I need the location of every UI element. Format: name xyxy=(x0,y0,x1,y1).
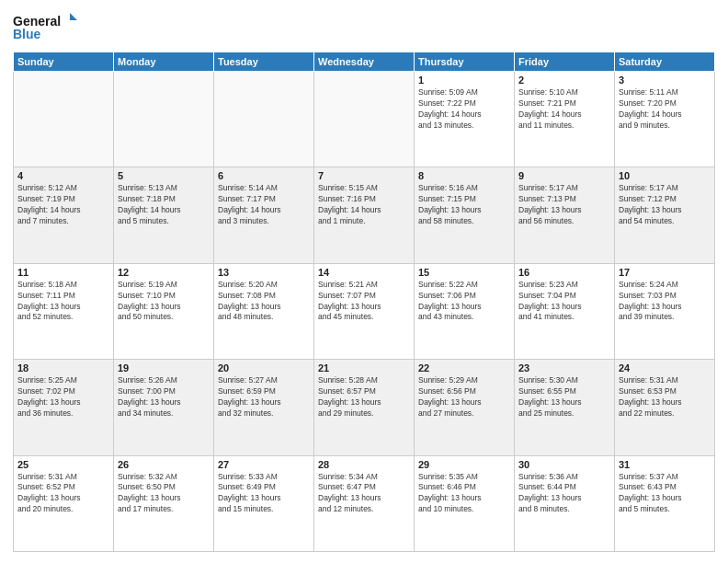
day-info: Sunrise: 5:30 AM Sunset: 6:55 PM Dayligh… xyxy=(518,375,610,419)
day-number: 21 xyxy=(318,362,410,373)
day-number: 4 xyxy=(17,170,109,181)
calendar-row-3: 18Sunrise: 5:25 AM Sunset: 7:02 PM Dayli… xyxy=(14,360,715,455)
day-info: Sunrise: 5:13 AM Sunset: 7:18 PM Dayligh… xyxy=(118,183,210,227)
day-number: 7 xyxy=(318,170,410,181)
day-info: Sunrise: 5:26 AM Sunset: 7:00 PM Dayligh… xyxy=(118,375,210,419)
calendar-cell: 1Sunrise: 5:09 AM Sunset: 7:22 PM Daylig… xyxy=(415,72,515,167)
day-number: 29 xyxy=(418,459,510,470)
calendar-cell: 22Sunrise: 5:29 AM Sunset: 6:56 PM Dayli… xyxy=(415,360,515,455)
day-number: 15 xyxy=(418,267,510,278)
day-info: Sunrise: 5:36 AM Sunset: 6:44 PM Dayligh… xyxy=(518,472,610,516)
day-info: Sunrise: 5:31 AM Sunset: 6:52 PM Dayligh… xyxy=(17,472,109,516)
day-number: 17 xyxy=(619,267,711,278)
day-number: 26 xyxy=(118,459,210,470)
calendar-cell xyxy=(114,72,214,167)
calendar-cell: 9Sunrise: 5:17 AM Sunset: 7:13 PM Daylig… xyxy=(515,167,615,263)
day-info: Sunrise: 5:35 AM Sunset: 6:46 PM Dayligh… xyxy=(418,472,510,516)
calendar-cell: 13Sunrise: 5:20 AM Sunset: 7:08 PM Dayli… xyxy=(214,263,314,359)
page: General Blue SundayMondayTuesdayWednesda… xyxy=(0,0,728,563)
day-number: 18 xyxy=(17,362,109,373)
day-number: 24 xyxy=(619,362,711,373)
weekday-header-row: SundayMondayTuesdayWednesdayThursdayFrid… xyxy=(14,52,715,72)
calendar-cell: 6Sunrise: 5:14 AM Sunset: 7:17 PM Daylig… xyxy=(214,167,314,263)
day-number: 28 xyxy=(318,459,410,470)
day-number: 12 xyxy=(118,267,210,278)
day-info: Sunrise: 5:20 AM Sunset: 7:08 PM Dayligh… xyxy=(218,280,310,324)
day-number: 25 xyxy=(17,459,109,470)
day-info: Sunrise: 5:28 AM Sunset: 6:57 PM Dayligh… xyxy=(318,375,410,419)
calendar-cell: 20Sunrise: 5:27 AM Sunset: 6:59 PM Dayli… xyxy=(214,360,314,455)
calendar-row-1: 4Sunrise: 5:12 AM Sunset: 7:19 PM Daylig… xyxy=(14,167,715,263)
calendar-cell: 10Sunrise: 5:17 AM Sunset: 7:12 PM Dayli… xyxy=(615,167,715,263)
calendar-cell: 3Sunrise: 5:11 AM Sunset: 7:20 PM Daylig… xyxy=(615,72,715,167)
day-number: 30 xyxy=(518,459,610,470)
day-number: 31 xyxy=(619,459,711,470)
calendar-cell: 19Sunrise: 5:26 AM Sunset: 7:00 PM Dayli… xyxy=(114,360,214,455)
day-number: 20 xyxy=(218,362,310,373)
weekday-header-wednesday: Wednesday xyxy=(314,52,415,72)
day-number: 2 xyxy=(518,75,610,86)
weekday-header-tuesday: Tuesday xyxy=(214,52,314,72)
day-info: Sunrise: 5:11 AM Sunset: 7:20 PM Dayligh… xyxy=(619,87,711,132)
day-info: Sunrise: 5:22 AM Sunset: 7:06 PM Dayligh… xyxy=(418,280,510,324)
calendar-cell: 23Sunrise: 5:30 AM Sunset: 6:55 PM Dayli… xyxy=(515,360,615,455)
day-info: Sunrise: 5:19 AM Sunset: 7:10 PM Dayligh… xyxy=(118,280,210,324)
day-number: 10 xyxy=(619,170,711,181)
calendar-cell: 12Sunrise: 5:19 AM Sunset: 7:10 PM Dayli… xyxy=(114,263,214,359)
day-number: 5 xyxy=(118,170,210,181)
day-info: Sunrise: 5:18 AM Sunset: 7:11 PM Dayligh… xyxy=(17,280,109,324)
day-number: 14 xyxy=(318,267,410,278)
svg-marker-2 xyxy=(70,13,77,20)
calendar-cell: 11Sunrise: 5:18 AM Sunset: 7:11 PM Dayli… xyxy=(14,263,114,359)
day-info: Sunrise: 5:32 AM Sunset: 6:50 PM Dayligh… xyxy=(118,472,210,516)
day-info: Sunrise: 5:12 AM Sunset: 7:19 PM Dayligh… xyxy=(17,183,109,227)
weekday-header-monday: Monday xyxy=(114,52,214,72)
weekday-header-friday: Friday xyxy=(515,52,615,72)
calendar-row-4: 25Sunrise: 5:31 AM Sunset: 6:52 PM Dayli… xyxy=(14,455,715,551)
calendar-cell: 16Sunrise: 5:23 AM Sunset: 7:04 PM Dayli… xyxy=(515,263,615,359)
day-number: 1 xyxy=(418,75,510,86)
calendar-cell: 29Sunrise: 5:35 AM Sunset: 6:46 PM Dayli… xyxy=(415,455,515,551)
day-info: Sunrise: 5:17 AM Sunset: 7:13 PM Dayligh… xyxy=(518,183,610,227)
day-number: 22 xyxy=(418,362,510,373)
calendar-cell: 5Sunrise: 5:13 AM Sunset: 7:18 PM Daylig… xyxy=(114,167,214,263)
day-info: Sunrise: 5:16 AM Sunset: 7:15 PM Dayligh… xyxy=(418,183,510,227)
day-number: 8 xyxy=(418,170,510,181)
calendar-cell xyxy=(214,72,314,167)
day-number: 6 xyxy=(218,170,310,181)
day-number: 27 xyxy=(218,459,310,470)
header: General Blue xyxy=(13,11,715,44)
calendar-cell: 21Sunrise: 5:28 AM Sunset: 6:57 PM Dayli… xyxy=(314,360,415,455)
day-number: 9 xyxy=(518,170,610,181)
day-info: Sunrise: 5:17 AM Sunset: 7:12 PM Dayligh… xyxy=(619,183,711,227)
day-info: Sunrise: 5:33 AM Sunset: 6:49 PM Dayligh… xyxy=(218,472,310,516)
weekday-header-saturday: Saturday xyxy=(615,52,715,72)
calendar-cell: 26Sunrise: 5:32 AM Sunset: 6:50 PM Dayli… xyxy=(114,455,214,551)
calendar-cell xyxy=(14,72,114,167)
day-number: 11 xyxy=(17,267,109,278)
day-info: Sunrise: 5:10 AM Sunset: 7:21 PM Dayligh… xyxy=(518,87,610,132)
day-info: Sunrise: 5:37 AM Sunset: 6:43 PM Dayligh… xyxy=(619,472,711,516)
day-info: Sunrise: 5:27 AM Sunset: 6:59 PM Dayligh… xyxy=(218,375,310,419)
day-number: 3 xyxy=(619,75,711,86)
calendar-cell: 14Sunrise: 5:21 AM Sunset: 7:07 PM Dayli… xyxy=(314,263,415,359)
calendar-cell: 17Sunrise: 5:24 AM Sunset: 7:03 PM Dayli… xyxy=(615,263,715,359)
weekday-header-sunday: Sunday xyxy=(14,52,114,72)
day-info: Sunrise: 5:23 AM Sunset: 7:04 PM Dayligh… xyxy=(518,280,610,324)
day-info: Sunrise: 5:24 AM Sunset: 7:03 PM Dayligh… xyxy=(619,280,711,324)
calendar-cell: 7Sunrise: 5:15 AM Sunset: 7:16 PM Daylig… xyxy=(314,167,415,263)
day-number: 16 xyxy=(518,267,610,278)
calendar-cell: 31Sunrise: 5:37 AM Sunset: 6:43 PM Dayli… xyxy=(615,455,715,551)
calendar-cell: 15Sunrise: 5:22 AM Sunset: 7:06 PM Dayli… xyxy=(415,263,515,359)
calendar-cell: 25Sunrise: 5:31 AM Sunset: 6:52 PM Dayli… xyxy=(14,455,114,551)
calendar-cell: 4Sunrise: 5:12 AM Sunset: 7:19 PM Daylig… xyxy=(14,167,114,263)
day-info: Sunrise: 5:34 AM Sunset: 6:47 PM Dayligh… xyxy=(318,472,410,516)
calendar-cell: 24Sunrise: 5:31 AM Sunset: 6:53 PM Dayli… xyxy=(615,360,715,455)
svg-text:Blue: Blue xyxy=(13,27,41,41)
calendar-table: SundayMondayTuesdayWednesdayThursdayFrid… xyxy=(13,52,715,552)
logo-svg: General Blue xyxy=(13,11,77,44)
calendar-cell: 18Sunrise: 5:25 AM Sunset: 7:02 PM Dayli… xyxy=(14,360,114,455)
calendar-cell: 27Sunrise: 5:33 AM Sunset: 6:49 PM Dayli… xyxy=(214,455,314,551)
day-info: Sunrise: 5:31 AM Sunset: 6:53 PM Dayligh… xyxy=(619,375,711,419)
day-info: Sunrise: 5:25 AM Sunset: 7:02 PM Dayligh… xyxy=(17,375,109,419)
